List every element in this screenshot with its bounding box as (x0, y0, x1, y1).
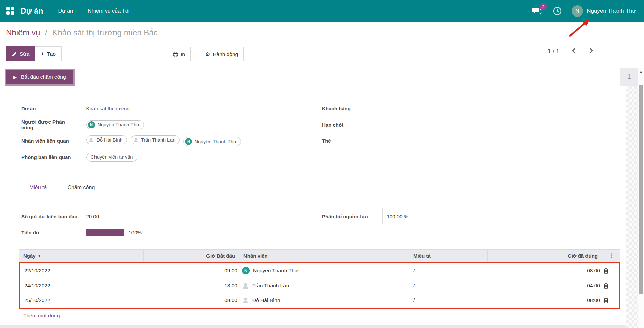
start-timesheet-button[interactable]: ▶ Bắt đầu chấm công (6, 70, 73, 84)
kebab-icon: ⋮ (608, 252, 614, 259)
cell-date[interactable]: 24/10/2022 (20, 278, 144, 293)
field-related-department-label: Phòng ban liên quan (19, 149, 82, 165)
cell-start-time[interactable]: 09:00 (144, 263, 239, 278)
cell-start-time[interactable]: 08:00 (144, 293, 239, 308)
messages-button[interactable]: 2 (532, 6, 543, 16)
navbar-right: 2 N Nguyễn Thanh Thư (532, 0, 636, 22)
messages-count-badge: 2 (540, 3, 547, 10)
field-project: Dự án Khảo sát thị trường (19, 100, 315, 117)
activities-button[interactable] (553, 7, 562, 15)
vertical-scrollbar[interactable]: ▲ (638, 68, 644, 328)
app-brand[interactable]: Dự án (21, 7, 43, 16)
field-allocation-value: 100,00 % (382, 208, 620, 224)
column-header-employee[interactable]: Nhân viên (239, 250, 409, 262)
create-button-label: Tạo (47, 51, 56, 57)
pager-next-icon[interactable] (589, 47, 594, 55)
employee-tag-label: Trần Thanh Lan (141, 137, 175, 143)
navbar-left: Dự án Dự án Nhiệm vụ của Tôi (0, 7, 129, 16)
assignee-avatar: N (88, 121, 95, 128)
stat-count-button[interactable]: 1 (620, 68, 638, 86)
action-button-label: Hành động (213, 51, 238, 57)
column-header-start-time[interactable]: Giờ Bắt đầu (144, 250, 239, 262)
breadcrumb-separator: / (42, 28, 50, 37)
field-tags-label: Thẻ (320, 133, 387, 149)
cell-employee[interactable]: Đỗ Hải Bình (239, 293, 409, 308)
cell-employee[interactable]: Trần Thanh Lan (239, 278, 409, 293)
cell-description[interactable]: / (409, 278, 488, 293)
form-group-right: Khách hàng Hạn chót Thẻ (320, 100, 620, 149)
user-menu[interactable]: N Nguyễn Thanh Thư (572, 5, 636, 17)
field-related-department: Phòng ban liên quan Chuyên viên tư vấn (19, 149, 315, 165)
employee-name: Trần Thanh Lan (252, 283, 289, 289)
scrollbar-thumb[interactable] (639, 85, 643, 294)
page-title: Khảo sát thị trường miền Bắc (52, 28, 157, 37)
print-button[interactable]: In (167, 47, 191, 61)
form-group-left: Dự án Khảo sát thị trường Người được Phâ… (19, 100, 315, 165)
button-box-row: ▶ Bắt đầu chấm công 1 (0, 68, 638, 86)
column-header-description[interactable]: Miêu tả (409, 250, 488, 262)
employee-name: Nguyễn Thanh Thư (253, 268, 298, 274)
printer-icon (173, 52, 178, 57)
employee-tag-label: Nguyễn Thanh Thư (194, 139, 236, 144)
timesheet-row[interactable]: 22/10/2022 09:00 N Nguyễn Thanh Thư / 08… (20, 263, 619, 278)
field-planned-hours-value: 20:00 (82, 208, 315, 224)
field-tags-value[interactable] (387, 133, 620, 149)
cell-duration[interactable]: 08:00 (488, 263, 602, 278)
cell-description[interactable]: / (409, 293, 488, 308)
column-options-button[interactable]: ⋮ (602, 250, 620, 262)
column-header-date[interactable]: Ngày ▼ (19, 250, 144, 262)
user-name: Nguyễn Thanh Thư (586, 8, 636, 14)
bottom-scroll-bar[interactable] (0, 325, 626, 328)
tab-timesheet[interactable]: Chấm công (57, 178, 105, 197)
field-project-label: Dự án (19, 100, 82, 117)
field-customer-label: Khách hàng (320, 100, 387, 117)
edit-button[interactable]: Sửa (6, 46, 35, 61)
trash-icon (603, 283, 609, 289)
employee-tag: N Nguyễn Thanh Thư (183, 137, 241, 146)
cell-description[interactable]: / (409, 263, 488, 278)
action-button[interactable]: ⚙ Hành động (200, 47, 244, 61)
cell-date[interactable]: 22/10/2022 (20, 263, 144, 278)
odoo-project-task-screen: Dự án Dự án Nhiệm vụ của Tôi 2 (0, 0, 644, 328)
field-assignee-label: Người được Phân công (19, 117, 82, 133)
department-tag: Chuyên viên tư vấn (86, 153, 138, 162)
timesheet-row[interactable]: 25/10/2022 08:00 Đỗ Hải Bình / 08:00 (20, 293, 619, 308)
delete-row-button[interactable] (602, 278, 619, 293)
apps-grid-icon[interactable] (6, 7, 14, 15)
column-header-duration[interactable]: Giờ đã dùng (488, 250, 602, 262)
progress-bar (86, 229, 124, 236)
field-progress: Tiến độ 100% (19, 224, 315, 240)
breadcrumb-parent-link[interactable]: Nhiệm vụ (6, 28, 40, 37)
field-deadline-value[interactable] (387, 117, 620, 133)
cell-employee[interactable]: N Nguyễn Thanh Thư (239, 263, 409, 278)
employee-avatar: N (185, 138, 192, 145)
timesheet-table: Ngày ▼ Giờ Bắt đầu Nhân viên Miêu tả Giờ… (19, 249, 620, 309)
person-icon (88, 137, 94, 143)
timesheet-group-right: Phân bổ nguồn lực 100,00 % (320, 208, 620, 224)
tab-description[interactable]: Miêu tả (19, 178, 57, 197)
field-allocation-label: Phân bổ nguồn lực (320, 208, 382, 224)
cell-duration[interactable]: 04:00 (488, 278, 602, 293)
add-line-link[interactable]: Thêm một dòng (23, 313, 60, 319)
field-customer-value[interactable] (387, 100, 620, 117)
scrollbar-up-icon[interactable]: ▲ (638, 70, 644, 73)
field-related-employees-label: Nhân viên liên quan (19, 133, 82, 149)
create-button[interactable]: + Tạo (35, 46, 62, 61)
delete-row-button[interactable] (602, 293, 619, 308)
timesheet-group-left: Số giờ dự kiến ban đầu 20:00 Tiến độ 100… (19, 208, 315, 240)
cell-date[interactable]: 25/10/2022 (20, 293, 144, 308)
menu-item-projects[interactable]: Dự án (58, 8, 73, 14)
menu-item-my-tasks[interactable]: Nhiệm vụ của Tôi (88, 8, 129, 14)
clock-icon (553, 7, 562, 15)
timesheet-row[interactable]: 24/10/2022 13:00 Trần Thanh Lan / 04:00 (20, 278, 619, 293)
timesheet-table-header: Ngày ▼ Giờ Bắt đầu Nhân viên Miêu tả Giờ… (19, 249, 620, 262)
field-planned-hours: Số giờ dự kiến ban đầu 20:00 (19, 208, 315, 224)
page-edge-checker (626, 86, 638, 328)
delete-row-button[interactable] (602, 263, 619, 278)
cell-start-time[interactable]: 13:00 (144, 278, 239, 293)
field-deadline-label: Hạn chót (320, 117, 387, 133)
navbar-menu: Dự án Nhiệm vụ của Tôi (58, 8, 130, 14)
pager-previous-icon[interactable] (571, 47, 576, 55)
cell-duration[interactable]: 08:00 (488, 293, 602, 308)
control-panel: Nhiệm vụ / Khảo sát thị trường miền Bắc … (0, 22, 644, 68)
